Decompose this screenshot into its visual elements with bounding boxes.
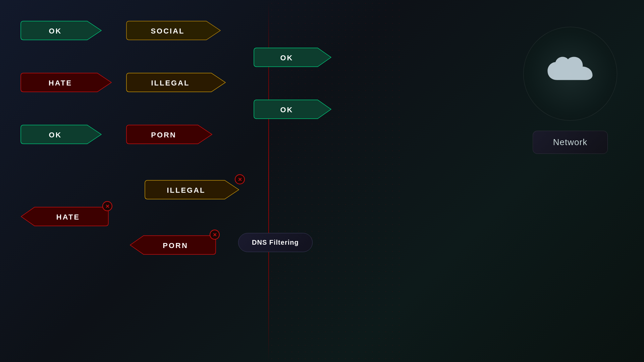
svg-text:OK: OK (280, 54, 293, 62)
network-label: Network (533, 131, 608, 154)
close-hate-btn[interactable]: ✕ (102, 201, 112, 211)
badge-hate-blocked[interactable]: HATE ✕ (18, 204, 109, 230)
svg-text:OK: OK (49, 131, 62, 139)
close-porn-btn[interactable]: ✕ (210, 230, 220, 240)
svg-text:ILLEGAL: ILLEGAL (167, 186, 205, 194)
cloud-circle (523, 27, 617, 121)
svg-text:SOCIAL: SOCIAL (151, 27, 184, 35)
badge-social-1[interactable]: SOCIAL (126, 18, 223, 44)
cloud-icon (545, 55, 595, 92)
svg-text:OK: OK (49, 27, 62, 35)
svg-text:OK: OK (280, 106, 293, 114)
badge-porn-1[interactable]: PORN (126, 122, 215, 148)
badge-porn-blocked[interactable]: PORN ✕ (127, 233, 216, 258)
svg-text:PORN: PORN (163, 241, 188, 250)
svg-text:ILLEGAL: ILLEGAL (151, 79, 190, 87)
badge-ok-2[interactable]: OK (20, 122, 104, 148)
main-content: OK SOCIAL OK HATE ILLEGAL OK (0, 0, 644, 362)
svg-text:HATE: HATE (49, 79, 72, 87)
badge-illegal-1[interactable]: ILLEGAL (126, 70, 228, 96)
badge-ok-right-1[interactable]: OK (253, 45, 334, 71)
close-illegal-btn[interactable]: ✕ (235, 174, 245, 184)
network-section: Network (523, 27, 617, 154)
badge-hate-1[interactable]: HATE (20, 70, 114, 96)
badge-illegal-blocked[interactable]: ILLEGAL ✕ (144, 178, 241, 203)
dns-filtering-button[interactable]: DNS Filtering (238, 233, 313, 252)
badge-ok-1[interactable]: OK (20, 18, 104, 44)
badge-ok-right-2[interactable]: OK (253, 97, 334, 123)
svg-text:HATE: HATE (56, 213, 80, 221)
svg-text:PORN: PORN (151, 131, 176, 139)
